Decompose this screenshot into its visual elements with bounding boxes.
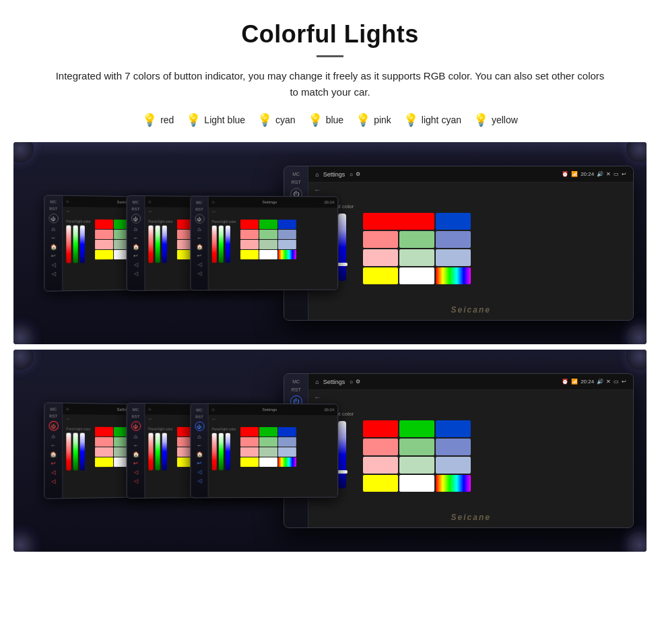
blue-slider-1[interactable] [80,226,85,263]
settings-icons-b: ☼ ⚙ [349,379,360,385]
home-icon-top: ⌂ [66,199,69,203]
color-item-lightcyan: 💡 light cyan [403,112,461,127]
back-icon-b: ↩ [622,379,626,385]
topbar-right: ⏰ 📶 20:24 🔊 ✕ ▭ ↩ [562,171,626,177]
volume-icon: 🔊 [597,171,603,177]
back-btn-b2[interactable]: ← [133,443,139,449]
time-main: 20:24 [581,171,594,177]
back-btn-b1[interactable]: ← [51,443,56,449]
cell-1-4[interactable] [95,230,113,239]
home-icon-2: ⌂ [149,199,152,203]
home-b1: ⌂ [66,407,69,411]
red-slider-1[interactable] [66,226,71,263]
signal-icon-b: 📶 [571,379,578,385]
main-right-section-top [363,203,471,284]
back-btn-1[interactable]: ← [51,235,56,241]
power-btn-1[interactable]: ⏻ [48,214,59,223]
icon-3-1: 🏠 [196,244,203,250]
red-slider-2[interactable] [149,226,154,263]
header-divider [317,55,343,57]
icon-b1-2: ↩ [51,460,56,466]
minimize-icon-b: ▭ [614,379,619,385]
header: Colorful Lights Integrated with 7 colors… [13,20,647,100]
sliders-b1: Panel light color [66,426,90,470]
home-btn-1[interactable]: ⌂ [52,226,55,232]
time-3: 20:24 [325,200,335,204]
description: Integrated with 7 colors of button indic… [54,68,606,100]
side-panel-b1: MC RST ⏻ ⌂ ← 🏠 ↩ ◁ ◁ [44,403,63,498]
cell-1-7[interactable] [95,240,113,249]
home-icon-3: ⌂ [212,200,215,204]
power-btn-2[interactable]: ⏻ [131,214,141,223]
close-icon: ✕ [606,171,611,177]
bulb-icon-lightblue: 💡 [186,112,201,127]
home-btn-2[interactable]: ⌂ [134,226,137,232]
icon-b3-3: ◁ [197,469,201,475]
home-btn-b1[interactable]: ⌂ [52,433,55,439]
back-btn-b3[interactable]: ← [197,443,202,449]
color-label-blue: blue [326,115,343,125]
blue-slider-2[interactable] [162,226,167,263]
icon-2-2: ↩ [133,253,138,259]
icon-b2-4: ◁ [134,478,138,484]
screen-body-3: Panel light color [209,216,338,266]
color-grid-3 [240,220,296,263]
main-back-arrow-b[interactable]: ← [308,390,633,404]
icon-b2-2: ↩ [133,460,138,466]
main-right-section-bottom [363,411,471,492]
side-panel-3: MC RST ⏻ ⌂ ← 🏠 ↩ ◁ ◁ [191,197,209,290]
blue-slider-3[interactable] [226,226,230,263]
back-3[interactable]: ← [209,207,338,217]
device-row-bottom: MC RST ⏻ ⌂ ← 🏠 ↩ ◁ ◁ ⌂ Settings 20:24 ← [13,350,647,552]
radio-unit-bottom-3: MC RST ⏻ ⌂ ← 🏠 ↩ ◁ ◁ ⌂ Settings 20:24 ← [191,404,339,498]
color-label-red: red [160,115,174,125]
bulb-icon-lightcyan: 💡 [403,112,418,127]
main-color-grid-bottom [363,420,471,492]
sliders-2: Panel light color [149,220,173,263]
side-panel-b2: MC RST ⏻ ⌂ ← 🏠 ↩ ◁ ◁ [127,404,145,498]
main-color-grid-top [363,213,471,284]
watermark-bottom: Seicane [451,513,491,522]
red-slider-3[interactable] [212,226,217,263]
green-slider-1[interactable] [73,226,78,263]
volume-icon-b: 🔊 [597,379,603,385]
alarm-icon-b: ⏰ [562,379,568,385]
back-btn-3[interactable]: ← [197,235,202,241]
cell-1-1[interactable] [95,220,113,229]
icon-b2-1: 🏠 [133,451,139,457]
power-btn-b2[interactable]: ⏻ [131,421,141,430]
color-label-yellow: yellow [492,115,518,125]
home-btn-b2[interactable]: ⌂ [134,434,137,440]
green-slider-3[interactable] [219,226,224,263]
color-item-cyan: 💡 cyan [257,112,296,127]
topbar-right-b: ⏰ 📶 20:24 🔊 ✕ ▭ ↩ [562,379,626,385]
icon-2-1: 🏠 [133,244,139,250]
top-curve [13,142,647,156]
back-btn-2[interactable]: ← [133,235,139,241]
color-label-lightblue: Light blue [204,115,245,125]
icon-4: ◁ [51,271,55,277]
corner-tl [13,142,34,162]
bulb-icon-cyan: 💡 [257,112,272,127]
power-btn-b3[interactable]: ⏻ [195,422,204,431]
icon-b1-4: ◁ [51,478,55,484]
corner-br [626,324,647,344]
home-btn-3[interactable]: ⌂ [198,226,201,232]
icon-b3-1: 🏠 [196,451,203,457]
main-home-icon-b: ⌂ [315,379,319,385]
corner-bbr [626,532,647,552]
corner-bl [13,324,34,344]
screen-b3: ⌂ Settings 20:24 ← Panel light color [209,404,338,498]
cell-1-10[interactable] [95,250,113,259]
main-blue-slider-b[interactable] [338,421,346,488]
settings-icons: ☼ ⚙ [349,171,360,177]
sliders-3: Panel light color [212,220,236,263]
power-btn-3[interactable]: ⏻ [195,214,204,224]
main-back-arrow[interactable]: ← [308,183,633,197]
main-blue-slider[interactable] [338,214,346,281]
corner-tr [626,142,647,162]
main-settings-label-b: Settings [323,379,345,385]
green-slider-2[interactable] [156,226,160,263]
home-btn-b3[interactable]: ⌂ [198,434,201,440]
power-btn-b1[interactable]: ⏻ [48,421,59,430]
